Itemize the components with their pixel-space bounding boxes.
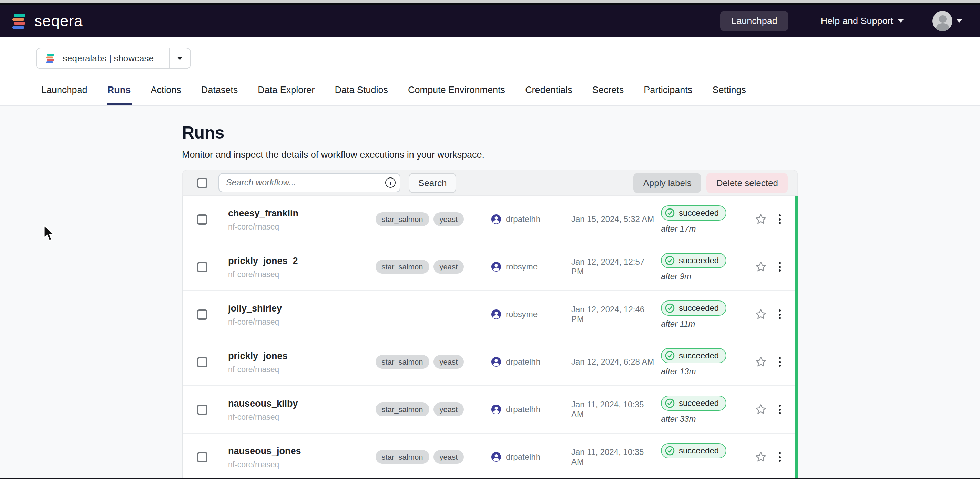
tab-data-studios[interactable]: Data Studios [334,83,389,105]
run-date: Jan 12, 2024, 12:46 PM [571,305,655,324]
run-row[interactable]: nauseous_jones nf-core/rnaseq star_salmo… [183,433,797,479]
select-all-checkbox[interactable] [197,177,207,188]
workspace-tabs: Launchpad Runs Actions Datasets Data Exp… [0,83,980,105]
search-button[interactable]: Search [409,173,456,193]
run-labels: star_salmonyeast [373,212,464,226]
row-checkbox[interactable] [197,356,207,367]
label-pill: star_salmon [375,403,430,416]
status-badge: succeeded [661,443,726,458]
run-duration [661,461,748,471]
run-labels: star_salmonyeast [373,260,464,274]
window-top-edge [0,0,980,5]
run-pipeline: nf-core/rnaseq [228,460,373,468]
page-subtitle: Monitor and inspect the details of workf… [182,150,798,160]
workspace-org-icon [45,53,56,64]
star-button[interactable] [748,261,774,273]
star-button[interactable] [748,403,774,415]
info-icon[interactable]: i [385,177,396,188]
apply-labels-button[interactable]: Apply labels [634,173,701,193]
chevron-down-icon [177,57,183,60]
star-icon [755,308,767,320]
row-menu-button[interactable] [774,404,785,414]
search-input[interactable] [218,173,401,192]
tab-credentials[interactable]: Credentials [525,83,573,105]
run-row[interactable]: cheesy_franklin nf-core/rnaseq star_salm… [183,196,797,243]
run-name[interactable]: prickly_jones [228,350,373,361]
status-side-bar [795,196,798,479]
user-icon [492,452,501,462]
run-name[interactable]: prickly_jones_2 [228,255,373,266]
run-row[interactable]: prickly_jones_2 nf-core/rnaseq star_salm… [183,243,797,291]
run-name[interactable]: nauseous_jones [228,446,373,456]
window-bottom-edge [0,477,980,479]
runs-toolbar: i Search Apply labels Delete selected [182,170,798,196]
row-menu-button[interactable] [774,262,785,272]
mouse-cursor [41,225,57,243]
status-label: succeeded [679,303,719,313]
run-row[interactable]: jolly_shirley nf-core/rnaseq robsyme [183,291,797,338]
launchpad-button[interactable]: Launchpad [720,11,788,31]
tab-launchpad[interactable]: Launchpad [41,83,88,105]
check-circle-icon [665,255,675,265]
content-area: Runs Monitor and inspect the details of … [0,106,980,466]
row-checkbox[interactable] [197,452,207,462]
run-duration: after 17m [661,224,748,233]
status-label: succeeded [679,446,719,455]
star-button[interactable] [748,213,774,225]
star-icon [755,403,767,415]
tab-participants[interactable]: Participants [643,83,693,105]
run-date: Jan 12, 2024, 6:28 AM [571,357,655,367]
delete-selected-button[interactable]: Delete selected [707,173,788,193]
star-button[interactable] [748,308,774,320]
run-user: robsyme [506,309,538,319]
tab-data-explorer[interactable]: Data Explorer [257,83,315,105]
row-menu-button[interactable] [774,452,785,462]
label-pill: star_salmon [375,212,430,226]
label-pill: star_salmon [375,450,430,464]
run-pipeline: nf-core/rnaseq [228,222,373,231]
star-button[interactable] [748,451,774,463]
label-pill: yeast [433,403,464,416]
row-checkbox[interactable] [197,309,207,320]
star-button[interactable] [748,356,774,368]
status-badge: succeeded [661,348,726,363]
workspace-selector[interactable]: seqeralabs | showcase [36,48,191,69]
top-navbar: seqera Launchpad Help and Support [0,5,980,37]
page-title: Runs [182,123,798,143]
status-badge: succeeded [661,395,726,411]
run-duration: after 33m [661,414,748,423]
workspace-dropdown-toggle[interactable] [169,48,190,68]
user-icon [492,309,501,319]
tab-runs[interactable]: Runs [107,83,132,105]
brand-name: seqera [35,12,83,30]
row-menu-button[interactable] [774,309,785,319]
star-icon [755,356,767,368]
tab-secrets[interactable]: Secrets [592,83,625,105]
tab-datasets[interactable]: Datasets [200,83,239,105]
seqera-brand[interactable]: seqera [10,12,83,30]
row-menu-button[interactable] [774,214,785,224]
run-row[interactable]: prickly_jones nf-core/rnaseq star_salmon… [183,338,797,386]
row-checkbox[interactable] [197,404,207,415]
run-name[interactable]: cheesy_franklin [228,208,373,218]
user-menu[interactable] [932,11,962,31]
run-row[interactable]: nauseous_kilby nf-core/rnaseq star_salmo… [183,386,797,433]
row-menu-button[interactable] [774,357,785,367]
tab-actions[interactable]: Actions [150,83,182,105]
row-checkbox[interactable] [197,261,207,272]
run-pipeline: nf-core/rnaseq [228,317,373,326]
help-and-support-menu[interactable]: Help and Support [821,16,904,26]
run-date: Jan 15, 2024, 5:32 AM [571,214,655,224]
tab-compute-environments[interactable]: Compute Environments [407,83,506,105]
workspace-header: seqeralabs | showcase Launchpad Runs Act… [0,37,980,106]
check-circle-icon [665,350,675,360]
run-name[interactable]: nauseous_kilby [228,398,373,408]
star-icon [755,213,767,225]
row-checkbox[interactable] [197,214,207,224]
run-name[interactable]: jolly_shirley [228,303,373,313]
user-icon [492,357,501,367]
app-window: seqera Launchpad Help and Support [0,0,980,479]
run-duration: after 9m [661,271,748,281]
tab-settings[interactable]: Settings [711,83,747,105]
status-badge: succeeded [661,205,726,220]
